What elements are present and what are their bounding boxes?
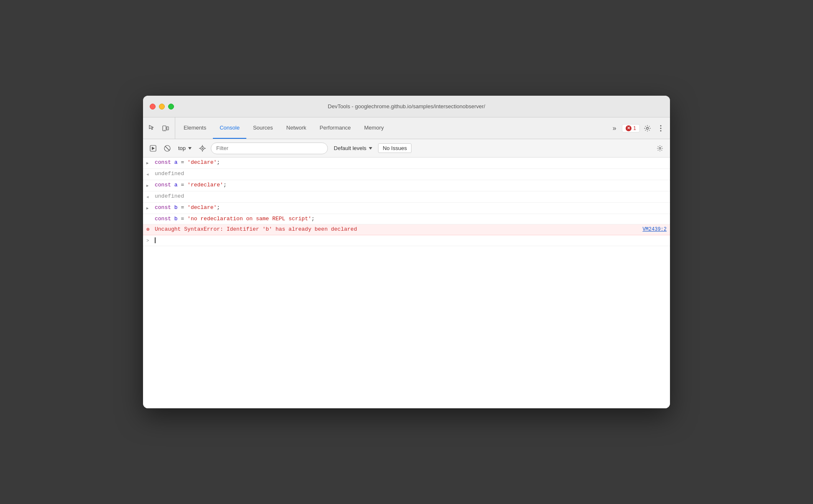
console-prompt-line[interactable] [143,235,670,246]
console-line: const a = 'declare'; [143,158,670,169]
line-content: const a = 'declare'; [155,159,667,166]
tabs: Elements Console Sources Network Perform… [177,117,608,139]
tab-memory[interactable]: Memory [358,117,391,139]
line-content: undefined [155,170,667,178]
maximize-button[interactable] [168,104,174,109]
error-badge[interactable]: ✕ 1 [622,124,640,132]
show-live-expression-button[interactable] [197,143,208,154]
output-arrow [146,193,155,201]
expand-arrow[interactable] [146,204,155,212]
console-input[interactable] [155,237,667,244]
tab-sources[interactable]: Sources [246,117,280,139]
tab-bar-right-icons: » ✕ 1 [608,117,667,139]
tab-elements[interactable]: Elements [177,117,213,139]
error-icon: ✕ [626,125,631,131]
svg-line-10 [165,146,169,150]
console-settings-button[interactable] [654,143,666,154]
line-content: const a = 'redeclare'; [155,181,667,189]
tab-bar-left-icons [146,117,175,139]
svg-point-6 [660,130,662,131]
run-script-button[interactable] [147,143,159,154]
log-levels-selector[interactable]: Default levels [330,144,376,153]
inspect-element-button[interactable] [146,122,158,134]
tab-console[interactable]: Console [213,117,246,139]
svg-marker-18 [369,147,372,150]
expand-arrow[interactable] [146,159,155,167]
svg-point-4 [660,125,662,126]
minimize-button[interactable] [159,104,165,109]
devtools-window: DevTools - googlechrome.github.io/sample… [143,96,670,408]
console-line: const b = 'no redeclaration on same REPL… [143,214,670,224]
svg-point-5 [660,127,662,129]
svg-point-19 [659,147,661,149]
line-content: const b = 'declare'; [155,204,667,211]
svg-point-2 [164,130,165,130]
traffic-lights [150,104,174,109]
titlebar: DevTools - googlechrome.github.io/sample… [143,96,670,117]
svg-point-3 [647,127,649,129]
console-output: const a = 'declare'; undefined const a =… [143,158,670,408]
more-tabs-button[interactable]: » [608,122,620,134]
error-icon [146,226,155,234]
console-line: const a = 'redeclare'; [143,180,670,191]
expand-arrow[interactable] [146,181,155,190]
console-toolbar: top Default levels No Issues [143,139,670,158]
line-content: undefined [155,193,667,200]
console-line: undefined [143,169,670,180]
output-arrow [146,170,155,178]
settings-button[interactable] [642,122,653,134]
close-button[interactable] [150,104,156,109]
tab-performance[interactable]: Performance [313,117,357,139]
svg-marker-11 [188,147,192,150]
error-message: Uncaught SyntaxError: Identifier 'b' has… [155,226,639,233]
console-error-line: Uncaught SyntaxError: Identifier 'b' has… [143,224,670,235]
device-toolbar-button[interactable] [160,122,171,134]
clear-console-button[interactable] [161,143,173,154]
svg-point-13 [202,148,203,149]
window-title: DevTools - googlechrome.github.io/sample… [328,103,485,109]
tab-network[interactable]: Network [280,117,313,139]
svg-marker-8 [152,147,155,150]
more-options-button[interactable] [655,122,667,134]
no-issues-button[interactable]: No Issues [378,143,412,153]
context-selector[interactable]: top [176,144,194,152]
console-line: const b = 'declare'; [143,203,670,214]
console-line: undefined [143,191,670,203]
no-arrow [146,215,155,216]
cursor [155,237,156,243]
svg-rect-1 [167,127,169,130]
line-content: const b = 'no redeclaration on same REPL… [155,215,667,223]
error-source-link[interactable]: VM2439:2 [642,226,667,233]
filter-input[interactable] [211,143,328,154]
tab-bar: Elements Console Sources Network Perform… [143,117,670,139]
prompt-arrow [146,237,155,244]
